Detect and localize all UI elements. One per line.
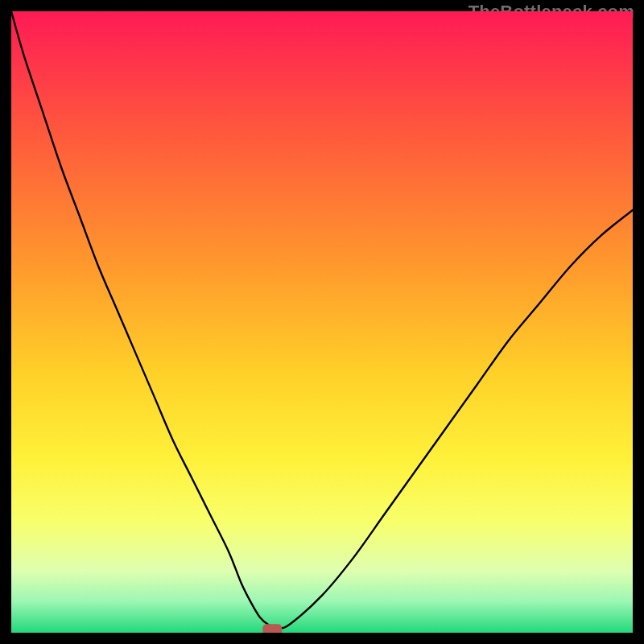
optimum-marker	[262, 624, 282, 633]
chart-svg	[11, 11, 633, 633]
chart-frame: TheBottleneck.com	[11, 11, 633, 633]
chart-background	[11, 11, 633, 633]
